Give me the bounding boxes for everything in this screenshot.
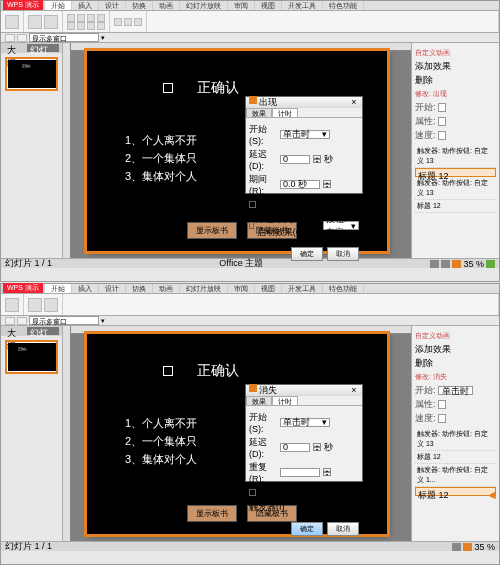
tab-design-2[interactable]: 设计 xyxy=(99,284,126,293)
rp-prop-sel-2[interactable] xyxy=(438,400,446,409)
play-icon[interactable] xyxy=(452,260,461,268)
slide-thumb-1b[interactable]: 正确认 xyxy=(5,340,58,374)
window-select-2[interactable]: 显示多窗口 xyxy=(29,316,99,325)
italic-button[interactable] xyxy=(124,18,132,26)
anim-item-1[interactable]: 触发器: 动作按钮: 自定义 13 xyxy=(415,145,496,168)
play-icon-2[interactable] xyxy=(463,543,472,551)
sp-outline[interactable]: 大纲 xyxy=(4,44,27,52)
anim-item-3b[interactable]: 标题 12 xyxy=(415,451,496,464)
tab-start-2[interactable]: 开始 xyxy=(45,284,72,293)
anim-item-2b[interactable]: 标题 12 xyxy=(415,200,496,213)
chk-rewind-2[interactable] xyxy=(249,489,256,496)
r2b1[interactable] xyxy=(28,298,42,312)
q1[interactable] xyxy=(5,34,15,42)
tab-trans-2[interactable]: 切换 xyxy=(126,284,153,293)
view-normal-icon[interactable] xyxy=(430,260,439,268)
rb4[interactable] xyxy=(77,14,85,22)
tab-anim[interactable]: 动画 xyxy=(153,1,180,10)
start-select-2[interactable]: 单击时▾ xyxy=(280,418,330,427)
rb5[interactable] xyxy=(87,14,95,22)
sp-outline-2[interactable]: 大纲 xyxy=(4,327,27,335)
add-effect-2[interactable]: 添加效果 xyxy=(415,343,451,356)
rb10[interactable] xyxy=(97,22,105,30)
rp-prop-sel[interactable] xyxy=(438,117,446,126)
tab-feat[interactable]: 特色功能 xyxy=(323,1,364,10)
rb7[interactable] xyxy=(67,22,75,30)
rb6[interactable] xyxy=(97,14,105,22)
slide-thumb-1[interactable]: 正确认 xyxy=(5,57,58,91)
chk-trig[interactable] xyxy=(249,222,254,229)
rb1[interactable] xyxy=(28,15,42,29)
remove-effect-2[interactable]: 删除 xyxy=(415,357,433,370)
tab-feat-2[interactable]: 特色功能 xyxy=(323,284,364,293)
zoom-slider[interactable] xyxy=(486,260,495,268)
q2[interactable] xyxy=(17,34,27,42)
slide[interactable]: 正确认 1、个人离不开 2、一个集体只 3、集体对个人 显示板书 隐藏板书 出现… xyxy=(87,51,387,251)
q21[interactable] xyxy=(5,317,15,325)
tab-review-2[interactable]: 审阅 xyxy=(228,284,255,293)
tab-insert[interactable]: 插入 xyxy=(72,1,99,10)
repeat-input[interactable]: 0.0 秒 xyxy=(280,180,320,189)
show-board-button[interactable]: 显示板书 xyxy=(187,222,237,239)
show-board-button-2[interactable]: 显示板书 xyxy=(187,505,237,522)
chk-seq[interactable] xyxy=(249,201,256,208)
delay-input[interactable]: 0 xyxy=(280,155,310,164)
rp-speed-sel[interactable] xyxy=(438,131,446,140)
rb9[interactable] xyxy=(87,22,95,30)
anim-item-4[interactable]: 触发器: 动作按钮: 自定义 1... xyxy=(415,464,496,487)
sp-slides-2[interactable]: 幻灯片 xyxy=(27,327,59,335)
dlg-tab-effect[interactable]: 效果 xyxy=(246,108,272,117)
tab-view[interactable]: 视图 xyxy=(255,1,282,10)
tab-trans[interactable]: 切换 xyxy=(126,1,153,10)
sp-slides[interactable]: 幻灯片 xyxy=(27,44,59,52)
trigger-select[interactable]: 动作按钮: 自定义 1▾ xyxy=(323,221,359,230)
tab-dev-2[interactable]: 开发工具 xyxy=(282,284,323,293)
q22[interactable] xyxy=(17,317,27,325)
add-effect[interactable]: 添加效果 xyxy=(415,60,451,73)
ok-button-2[interactable]: 确定 xyxy=(291,522,323,536)
cancel-button-2[interactable]: 取消 xyxy=(327,522,359,536)
rb3[interactable] xyxy=(67,14,75,22)
tab-anim-2[interactable]: 动画 xyxy=(153,284,180,293)
tab-design[interactable]: 设计 xyxy=(99,1,126,10)
ok-button[interactable]: 确定 xyxy=(291,247,323,261)
dlg-tab-timing-2[interactable]: 计时 xyxy=(272,396,298,405)
repeat-spinner[interactable]: ▴▾ xyxy=(323,180,331,188)
window-select[interactable]: 显示多窗口 xyxy=(29,33,99,42)
slide-2[interactable]: 正确认 1、个人离不开 2、一个集体只 3、集体对个人 显示板书 隐藏板书 消失… xyxy=(87,334,387,534)
dlg-tab-timing[interactable]: 计时 xyxy=(272,108,298,117)
tab-show[interactable]: 幻灯片放映 xyxy=(180,1,228,10)
tab-show-2[interactable]: 幻灯片放映 xyxy=(180,284,228,293)
repeat-spinner-2[interactable]: ▴▾ xyxy=(323,468,331,476)
remove-effect[interactable]: 删除 xyxy=(415,74,433,87)
tab-insert-2[interactable]: 插入 xyxy=(72,284,99,293)
tab-dev[interactable]: 开发工具 xyxy=(282,1,323,10)
dlg-tab-effect-2[interactable]: 效果 xyxy=(246,396,272,405)
rp-start-sel-2[interactable]: 单击时 xyxy=(438,386,473,395)
start-select[interactable]: 单击时▾ xyxy=(280,130,330,139)
rb2[interactable] xyxy=(44,15,58,29)
underline-button[interactable] xyxy=(134,18,142,26)
anim-item-4b[interactable]: 标题 12◀ xyxy=(415,487,496,496)
view-sorter-icon[interactable] xyxy=(441,260,450,268)
anim-item-1b[interactable]: 标题 12 xyxy=(415,168,496,177)
rp-speed-sel-2[interactable] xyxy=(438,414,446,423)
anim-item-3[interactable]: 触发器: 动作按钮: 自定义 13 xyxy=(415,428,496,451)
rb8[interactable] xyxy=(77,22,85,30)
paste-button[interactable] xyxy=(5,15,19,29)
tab-review[interactable]: 审阅 xyxy=(228,1,255,10)
bold-button[interactable] xyxy=(114,18,122,26)
close-icon[interactable]: × xyxy=(349,98,359,107)
cancel-button[interactable]: 取消 xyxy=(327,247,359,261)
tab-view-2[interactable]: 视图 xyxy=(255,284,282,293)
paste-button-2[interactable] xyxy=(5,298,19,312)
delay-input-2[interactable]: 0 xyxy=(280,443,310,452)
delay-spinner[interactable]: ▴▾ xyxy=(313,155,321,163)
delay-spinner-2[interactable]: ▴▾ xyxy=(313,443,321,451)
tab-start[interactable]: 开始 xyxy=(45,1,72,10)
view-normal-icon-2[interactable] xyxy=(452,543,461,551)
close-icon-2[interactable]: × xyxy=(349,386,359,395)
anim-item-2[interactable]: 触发器: 动作按钮: 自定义 13 xyxy=(415,177,496,200)
repeat-input-2[interactable] xyxy=(280,468,320,477)
r2b2[interactable] xyxy=(44,298,58,312)
